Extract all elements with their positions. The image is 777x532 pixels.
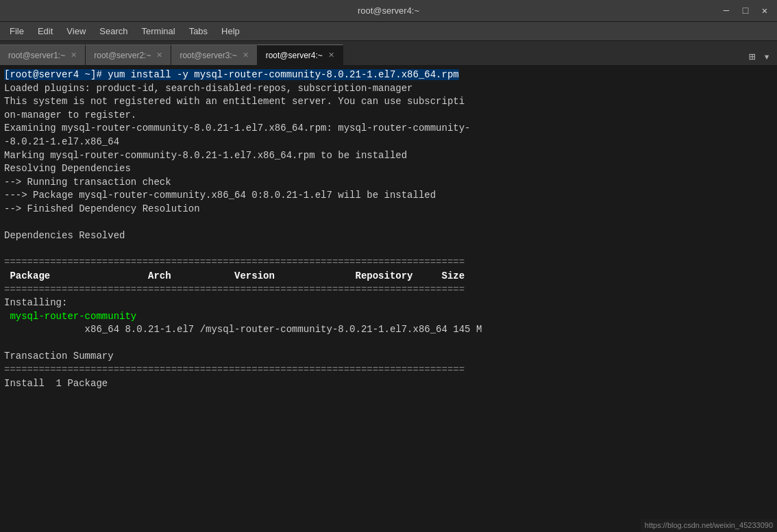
terminal-separator-2: ========================================…	[4, 283, 773, 297]
terminal-line-8: --> Running transaction check	[4, 176, 773, 190]
terminal-line-4: Examining mysql-router-community-8.0.21-…	[4, 122, 773, 136]
tab-server1[interactable]: root@server1:~ ✕	[0, 45, 86, 65]
terminal-line-6: Marking mysql-router-community-8.0.21-1.…	[4, 149, 773, 163]
terminal-line-10: --> Finished Dependency Resolution	[4, 203, 773, 216]
menu-file[interactable]: File	[3, 25, 31, 38]
tab-scroll-down[interactable]: ▾	[759, 49, 774, 65]
tab-server3[interactable]: root@server3:~ ✕	[171, 45, 257, 65]
tab-server3-close[interactable]: ✕	[243, 51, 249, 60]
terminal-separator-1: ========================================…	[4, 256, 773, 270]
terminal-pkg-name: mysql-router-community	[4, 310, 773, 324]
minimize-button[interactable]: ─	[719, 4, 733, 18]
terminal-install-count: Install 1 Package	[4, 377, 773, 391]
tab-server2[interactable]: root@server2:~ ✕	[86, 45, 171, 65]
terminal-line-3: on-manager to register.	[4, 109, 773, 123]
terminal-line-2: This system is not registered with an en…	[4, 95, 773, 109]
menu-tabs[interactable]: Tabs	[182, 25, 214, 38]
command-highlight: [root@server4 ~]# yum install -y mysql-r…	[4, 69, 459, 80]
new-tab-button[interactable]: ⊞	[745, 49, 760, 65]
terminal-installing: Installing:	[4, 296, 773, 310]
terminal-line-blank1	[4, 216, 773, 230]
status-bar-text: https://blog.csdn.net/weixin_45233090	[645, 521, 773, 529]
tab-server1-label: root@server1:~	[8, 51, 65, 60]
terminal-header: Package Arch Version Repository Size	[4, 270, 773, 283]
tab-server3-label: root@server3:~	[180, 51, 236, 60]
terminal-tx-summary: Transaction Summary	[4, 350, 773, 364]
window-title: root@server4:~	[358, 5, 419, 16]
menu-terminal[interactable]: Terminal	[135, 25, 182, 38]
tab-server4-close[interactable]: ✕	[328, 51, 334, 60]
terminal-line-0: [root@server4 ~]# yum install -y mysql-r…	[4, 68, 773, 82]
terminal-line-5: -8.0.21-1.el7.x86_64	[4, 136, 773, 149]
window-controls: ─ □ ✕	[719, 4, 772, 18]
menu-bar: File Edit View Search Terminal Tabs Help	[0, 22, 777, 41]
tab-server4-label: root@server4:~	[266, 51, 323, 60]
terminal-pkg-details: x86_64 8.0.21-1.el7 /mysql-router-commun…	[4, 323, 773, 337]
terminal-line-blank2	[4, 243, 773, 257]
tab-server4[interactable]: root@server4:~ ✕	[258, 45, 343, 65]
terminal-line-7: Resolving Dependencies	[4, 162, 773, 176]
tab-bar: root@server1:~ ✕ root@server2:~ ✕ root@s…	[0, 41, 777, 66]
menu-help[interactable]: Help	[214, 25, 247, 38]
menu-view[interactable]: View	[60, 25, 92, 38]
tab-server2-close[interactable]: ✕	[156, 51, 162, 60]
menu-search[interactable]: Search	[92, 25, 134, 38]
terminal-line-11: Dependencies Resolved	[4, 229, 773, 243]
terminal-line-1: Loaded plugins: product-id, search-disab…	[4, 82, 773, 96]
maximize-button[interactable]: □	[739, 4, 752, 18]
terminal-line-9: ---> Package mysql-router-community.x86_…	[4, 189, 773, 203]
tab-server2-label: root@server2:~	[94, 51, 151, 60]
terminal-separator-3: ========================================…	[4, 364, 773, 377]
tab-actions: ⊞ ▾	[745, 49, 777, 65]
status-bar: https://blog.csdn.net/weixin_45233090	[641, 519, 777, 532]
terminal-blank3	[4, 337, 773, 351]
tab-server1-close[interactable]: ✕	[71, 51, 77, 60]
title-bar: root@server4:~ ─ □ ✕	[0, 0, 777, 22]
menu-edit[interactable]: Edit	[31, 25, 60, 38]
terminal[interactable]: [root@server4 ~]# yum install -y mysql-r…	[0, 66, 777, 532]
close-button[interactable]: ✕	[758, 4, 772, 18]
